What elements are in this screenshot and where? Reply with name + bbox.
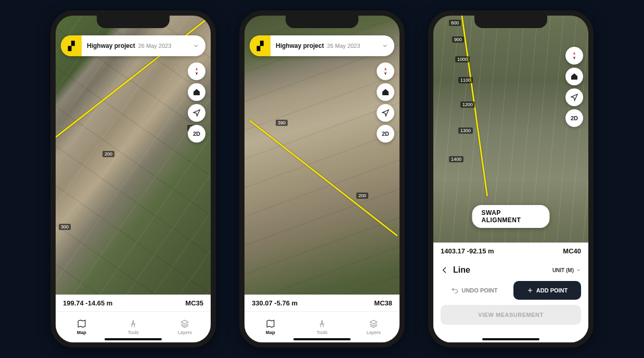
- phone-mockup-1: 100 200 300 ▞ Highway project 26 May 202…: [50, 10, 216, 348]
- phone-mockup-2: 200 390 ▞ Highway project 26 May 2023 2D…: [239, 10, 405, 348]
- tick-label: 200: [356, 193, 368, 199]
- home-indicator: [293, 338, 351, 340]
- chainage-id: MC35: [185, 299, 203, 307]
- home-button[interactable]: [188, 83, 205, 101]
- locate-button[interactable]: [565, 88, 583, 106]
- undo-icon: [451, 287, 458, 294]
- coordinate-value: 1403.17 -92.15 m: [441, 247, 494, 255]
- chainage-id: MC38: [374, 299, 392, 307]
- coordinate-bar: 330.07 -5.76 m MC38: [244, 295, 400, 311]
- nav-layers[interactable]: Layers: [348, 312, 400, 342]
- panel-title: Line: [453, 265, 470, 275]
- status-bar: [244, 19, 400, 31]
- view-measurement-button[interactable]: VIEW MEASUREMENT: [441, 305, 581, 325]
- tick-label: 1400: [449, 156, 463, 162]
- tools-icon: [128, 319, 138, 328]
- tick-label: 1300: [458, 127, 473, 134]
- project-date: 26 May 2023: [138, 43, 193, 49]
- project-date: 26 May 2023: [327, 43, 382, 49]
- tick-label: 200: [102, 151, 114, 157]
- project-name: Highway project: [87, 42, 135, 49]
- map-canvas[interactable]: [244, 16, 400, 342]
- add-point-button[interactable]: ADD POINT: [513, 281, 581, 300]
- map-icon: [77, 319, 86, 328]
- mode-2d-button[interactable]: 2D: [565, 109, 583, 127]
- home-button[interactable]: [565, 68, 583, 85]
- layers-icon: [180, 319, 189, 328]
- tick-label: 390: [276, 120, 288, 126]
- navigate-icon: [381, 109, 390, 117]
- locate-button[interactable]: [377, 104, 394, 122]
- project-name: Highway project: [276, 42, 324, 49]
- chainage-id: MC40: [563, 247, 581, 255]
- coordinate-value: 199.74 -14.65 m: [63, 299, 112, 307]
- compass-button[interactable]: [188, 62, 205, 80]
- compass-button[interactable]: [565, 47, 583, 65]
- nav-map[interactable]: Map: [244, 312, 296, 342]
- home-icon: [192, 88, 201, 96]
- plus-icon: [527, 287, 533, 293]
- navigate-icon: [570, 93, 578, 101]
- status-bar: [56, 19, 211, 31]
- coordinate-bar: 1403.17 -92.15 m MC40: [433, 242, 588, 259]
- coordinate-bar: 199.74 -14.65 m MC35: [56, 295, 211, 311]
- locate-button[interactable]: [188, 104, 205, 122]
- map-canvas[interactable]: [56, 16, 211, 342]
- undo-point-button[interactable]: UNDO POINT: [441, 281, 508, 300]
- bottom-nav: Map Tools Layers: [56, 311, 211, 342]
- screen: 100 200 300 ▞ Highway project 26 May 202…: [56, 16, 211, 342]
- nav-map[interactable]: Map: [56, 312, 107, 342]
- status-bar: [433, 19, 588, 31]
- map-icon: [266, 319, 275, 328]
- tick-label: 300: [59, 224, 71, 230]
- mode-2d-button[interactable]: 2D: [377, 125, 394, 143]
- home-icon: [381, 88, 390, 96]
- compass-button[interactable]: [377, 62, 394, 80]
- home-indicator: [482, 338, 539, 340]
- unit-selector[interactable]: UNIT (M): [552, 267, 581, 273]
- chevron-down-icon: [576, 267, 581, 273]
- navigate-icon: [192, 109, 201, 117]
- chevron-down-icon: [193, 43, 199, 49]
- compass-icon: [192, 67, 201, 76]
- tick-label: 900: [452, 36, 464, 43]
- project-selector[interactable]: ▞ Highway project 26 May 2023: [250, 35, 394, 56]
- tick-label: 1000: [455, 56, 470, 62]
- project-selector[interactable]: ▞ Highway project 26 May 2023: [61, 35, 205, 56]
- tick-label: 1100: [458, 77, 473, 83]
- home-button[interactable]: [377, 83, 394, 101]
- back-arrow-icon[interactable]: [441, 266, 449, 274]
- screen: 800 900 1000 1100 1200 1300 1400 2D SWAP…: [433, 16, 588, 342]
- phone-mockup-3: 800 900 1000 1100 1200 1300 1400 2D SWAP…: [428, 10, 594, 348]
- compass-icon: [570, 51, 579, 60]
- bottom-nav: Map Tools Layers: [244, 311, 400, 342]
- chevron-down-icon: [382, 43, 388, 49]
- screen: 200 390 ▞ Highway project 26 May 2023 2D…: [244, 16, 400, 342]
- compass-icon: [381, 67, 390, 76]
- measurement-panel: Line UNIT (M) UNDO POINT ADD POINT VIE: [433, 259, 588, 342]
- tick-label: 1200: [460, 101, 475, 108]
- mode-2d-button[interactable]: 2D: [188, 125, 205, 143]
- nav-layers[interactable]: Layers: [159, 312, 211, 342]
- home-indicator: [105, 338, 162, 340]
- app-logo: ▞: [250, 35, 271, 56]
- app-logo: ▞: [61, 35, 82, 56]
- home-icon: [570, 72, 578, 81]
- tools-icon: [317, 319, 327, 328]
- layers-icon: [369, 319, 378, 328]
- coordinate-value: 330.07 -5.76 m: [252, 299, 298, 307]
- swap-alignment-button[interactable]: SWAP ALIGNMENT: [472, 205, 550, 228]
